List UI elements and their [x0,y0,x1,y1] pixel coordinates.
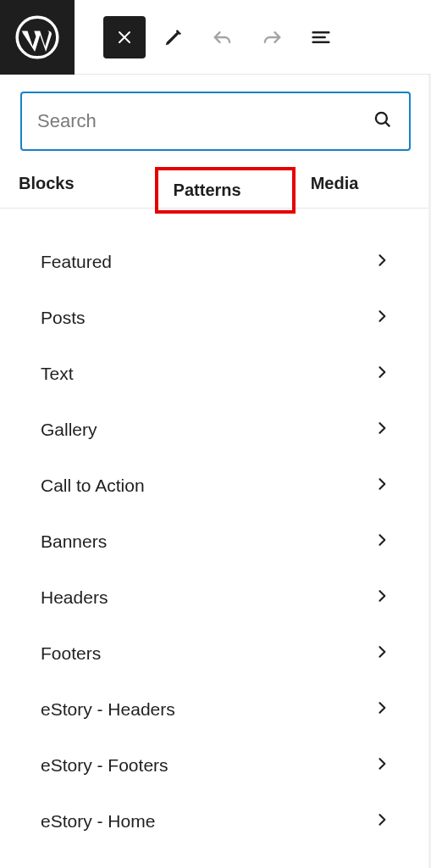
chevron-right-icon [373,531,390,552]
category-label: Banners [41,531,107,552]
category-item-posts[interactable]: Posts [41,290,390,346]
chevron-right-icon [373,420,390,440]
category-item-featured[interactable]: Featured [41,234,390,290]
tab-patterns-highlight: Patterns [155,167,296,214]
tab-blocks[interactable]: Blocks [19,162,75,205]
category-item-estory-home[interactable]: eStory - Home [41,793,390,849]
edit-button[interactable] [152,16,195,58]
undo-icon [211,25,235,49]
list-view-icon [309,25,333,49]
category-item-headers[interactable]: Headers [41,570,390,626]
redo-icon [260,25,284,49]
category-item-estory-footers[interactable]: eStory - Footers [41,737,390,793]
category-label: Gallery [41,420,97,440]
close-inserter-button[interactable] [103,16,146,58]
search-input[interactable] [37,110,372,132]
category-item-estory-headers[interactable]: eStory - Headers [41,682,390,737]
wordpress-logo[interactable] [0,0,75,75]
chevron-right-icon [373,308,390,328]
category-item-call-to-action[interactable]: Call to Action [41,458,390,514]
category-item-gallery[interactable]: Gallery [41,402,390,458]
category-label: Call to Action [41,476,145,496]
category-label: eStory - Headers [41,699,175,720]
pencil-icon [162,25,185,49]
document-overview-button[interactable] [300,16,342,58]
pattern-category-list: Featured Posts Text Gallery Call to Acti… [0,209,431,849]
search-section [0,75,431,159]
chevron-right-icon [373,755,390,776]
category-item-footers[interactable]: Footers [41,626,390,682]
chevron-right-icon [373,252,390,272]
redo-button [251,16,293,58]
chevron-right-icon [373,811,390,832]
category-item-text[interactable]: Text [41,346,390,402]
category-item-banners[interactable]: Banners [41,514,390,570]
inserter-tabs: Blocks Patterns Media [0,159,431,209]
category-label: eStory - Home [41,811,155,832]
category-label: Headers [41,587,108,608]
chevron-right-icon [373,699,390,720]
category-label: Footers [41,643,101,664]
wordpress-icon [15,15,59,59]
category-label: Text [41,364,74,384]
category-label: Posts [41,308,86,328]
category-label: Featured [41,252,112,272]
search-box[interactable] [20,92,411,151]
chevron-right-icon [373,476,390,496]
undo-button [202,16,244,58]
search-icon [372,108,394,134]
top-toolbar [0,0,431,75]
chevron-right-icon [373,364,390,384]
tab-media[interactable]: Media [311,162,359,205]
tab-patterns[interactable]: Patterns [174,174,241,207]
chevron-right-icon [373,643,390,664]
chevron-right-icon [373,587,390,608]
category-label: eStory - Footers [41,755,169,776]
close-icon [114,27,135,47]
